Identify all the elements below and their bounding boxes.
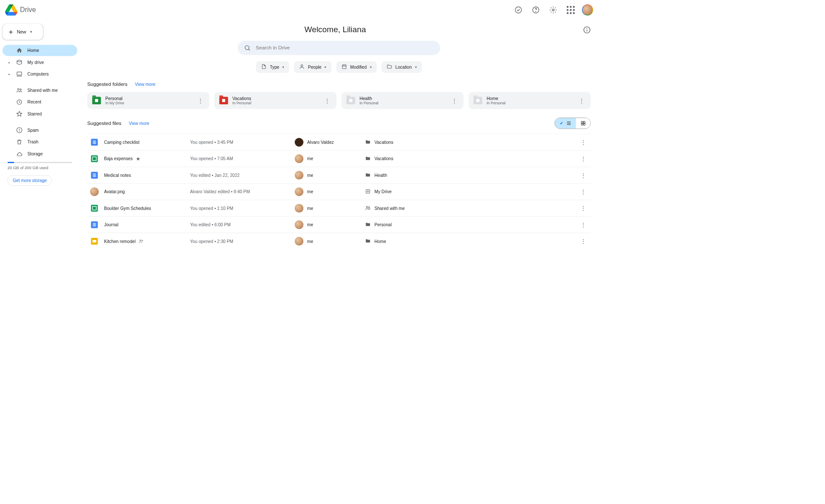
sidebar-item-my-drive[interactable]: ▸My drive <box>3 57 77 68</box>
drive-logo[interactable]: Drive <box>5 4 36 16</box>
file-location: Home <box>374 239 386 244</box>
sidebar-item-storage[interactable]: Storage <box>3 148 77 159</box>
more-options-icon[interactable]: ⋮ <box>579 172 588 179</box>
folder-name: Vacations <box>232 96 319 101</box>
svg-rect-29 <box>366 189 370 193</box>
file-reason: Alvaro Valdez edited • 8:40 PM <box>190 189 290 194</box>
folder-icon <box>92 97 101 104</box>
new-button[interactable]: + New ▾ <box>3 24 43 40</box>
apps-grid-icon[interactable] <box>565 4 577 16</box>
svg-point-6 <box>18 88 19 90</box>
file-row[interactable]: Kitchen remodelYou opened • 2:30 PMmeHom… <box>87 233 591 249</box>
doc-file-icon <box>91 139 98 146</box>
sidebar-item-home[interactable]: Home <box>3 45 77 56</box>
more-options-icon[interactable]: ⋮ <box>579 139 588 146</box>
sidebar-item-computers[interactable]: ▸Computers <box>3 69 77 80</box>
search-bar[interactable] <box>238 41 440 55</box>
folder-icon <box>387 64 392 70</box>
file-row[interactable]: Boulder Gym SchedulesYou opened • 1:10 P… <box>87 200 591 216</box>
folder-icon <box>219 97 228 104</box>
file-row[interactable]: Medical notesYou edited • Jan 22, 2022me… <box>87 167 591 183</box>
search-input[interactable] <box>256 45 434 51</box>
image-thumbnail-icon <box>90 187 99 196</box>
filter-chip-modified[interactable]: Modified▾ <box>336 61 376 73</box>
location-icon <box>365 222 371 228</box>
file-owner: me <box>307 206 313 211</box>
file-reason: You opened • 3:45 PM <box>190 140 290 145</box>
expand-icon: ▸ <box>9 73 11 76</box>
location-icon <box>365 188 371 195</box>
sidebar-item-label: Home <box>28 48 39 53</box>
svg-point-17 <box>301 65 303 67</box>
svg-rect-28 <box>584 124 585 125</box>
svg-rect-18 <box>342 65 346 69</box>
starred-icon <box>16 111 23 117</box>
filter-chip-people[interactable]: People▾ <box>294 61 332 73</box>
filter-chip-type[interactable]: Type▾ <box>256 61 289 73</box>
chip-label: Type <box>270 64 279 70</box>
folders-view-more-link[interactable]: View more <box>135 82 156 87</box>
sheet-file-icon <box>91 205 98 212</box>
file-reason: You edited • 6:00 PM <box>190 222 290 228</box>
info-icon[interactable] <box>583 26 590 33</box>
sidebar-item-spam[interactable]: Spam <box>3 124 77 136</box>
filter-chip-location[interactable]: Location▾ <box>382 61 422 73</box>
more-options-icon[interactable]: ⋮ <box>579 205 588 212</box>
more-options-icon[interactable]: ⋮ <box>579 238 588 245</box>
sidebar-item-recent[interactable]: Recent <box>3 97 77 108</box>
more-options-icon[interactable]: ⋮ <box>579 188 588 195</box>
gear-icon[interactable] <box>547 4 559 16</box>
sheet-file-icon <box>91 155 98 162</box>
grid-view-button[interactable] <box>576 118 590 129</box>
welcome-heading: Welcome, Liliana <box>87 25 583 34</box>
file-owner: me <box>307 173 313 178</box>
folder-card-health[interactable]: HealthIn Personal⋮ <box>342 92 464 109</box>
product-name: Drive <box>20 6 36 14</box>
recent-icon <box>16 99 23 106</box>
sidebar-item-trash[interactable]: Trash <box>3 137 77 148</box>
folder-card-vacations[interactable]: VacationsIn Personal⋮ <box>214 92 336 109</box>
svg-rect-26 <box>584 121 585 123</box>
file-row[interactable]: Avatar.pngAlvaro Valdez edited • 8:40 PM… <box>87 184 591 200</box>
sidebar: + New ▾ Home▸My drive▸ComputersShared wi… <box>0 20 80 365</box>
calendar-icon <box>342 64 347 70</box>
file-owner: Alvaro Valdez <box>307 140 334 145</box>
folder-card-personal[interactable]: PersonalIn My Drive⋮ <box>87 92 209 109</box>
home-icon <box>16 47 23 54</box>
files-view-more-link[interactable]: View more <box>129 121 150 126</box>
svg-point-7 <box>20 89 21 90</box>
expand-icon: ▸ <box>9 61 11 64</box>
more-options-icon[interactable]: ⋮ <box>579 155 588 162</box>
svg-point-15 <box>245 46 249 49</box>
file-location: Vacations <box>374 140 393 145</box>
get-storage-button[interactable]: Get more storage <box>7 175 52 186</box>
more-options-icon[interactable]: ⋮ <box>579 221 588 228</box>
more-options-icon[interactable]: ⋮ <box>450 96 458 105</box>
offline-status-icon[interactable] <box>512 4 525 16</box>
storage-usage-text: 20 GB of 200 GB used <box>7 166 72 170</box>
file-location: Vacations <box>374 156 393 161</box>
help-icon[interactable] <box>530 4 542 16</box>
more-options-icon[interactable]: ⋮ <box>196 96 205 105</box>
folder-card-home[interactable]: HomeIn Personal⋮ <box>468 92 590 109</box>
more-options-icon[interactable]: ⋮ <box>578 96 586 105</box>
folder-icon <box>474 97 482 104</box>
location-icon <box>365 155 371 162</box>
file-row[interactable]: JournalYou edited • 6:00 PMmePersonal⋮ <box>87 217 591 233</box>
list-view-button[interactable] <box>555 118 576 129</box>
location-icon <box>365 238 371 244</box>
chevron-down-icon: ▾ <box>282 65 284 69</box>
chevron-down-icon: ▾ <box>370 65 372 69</box>
main-content: Welcome, Liliana Type▾People▾Modified▾Lo… <box>80 20 598 365</box>
file-row[interactable]: Camping checklistYou opened • 3:45 PMAlv… <box>87 134 591 151</box>
mydrive-icon <box>16 59 23 66</box>
user-avatar[interactable] <box>582 4 593 15</box>
view-toggle <box>555 118 591 129</box>
file-reason: You edited • Jan 22, 2022 <box>190 173 290 178</box>
file-row[interactable]: Baja expenses★You opened • 7:05 AMmeVaca… <box>87 151 591 167</box>
more-options-icon[interactable]: ⋮ <box>324 96 332 105</box>
sidebar-item-starred[interactable]: Starred <box>3 108 77 119</box>
sidebar-item-shared-with-me[interactable]: Shared with me <box>3 85 77 96</box>
sidebar-item-label: Starred <box>28 112 42 117</box>
folder-name: Health <box>360 96 446 101</box>
